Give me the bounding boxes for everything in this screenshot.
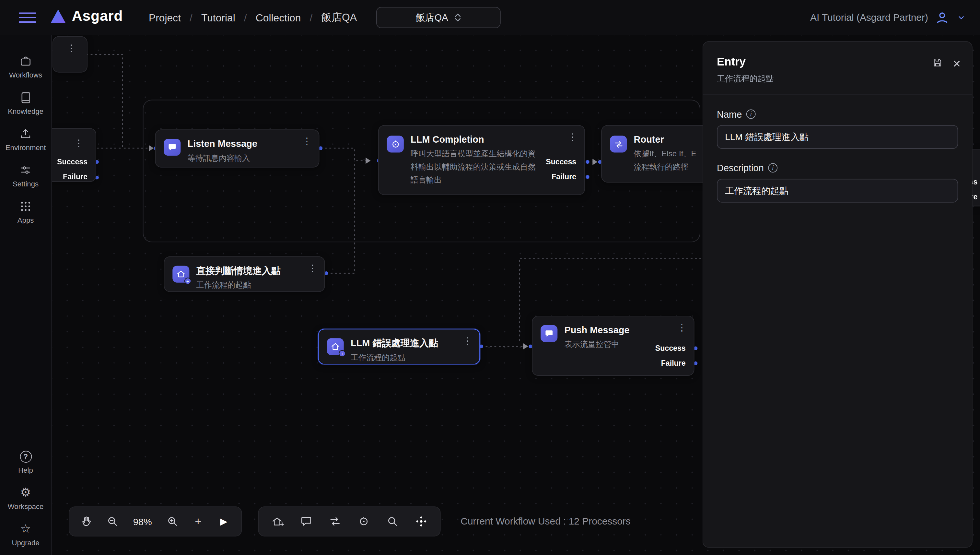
port-success-label: Success	[546, 157, 576, 166]
top-bar: Asgard Project / Tutorial / Collection /…	[0, 0, 980, 35]
add-button[interactable]: +	[191, 514, 205, 529]
zoom-level[interactable]: 98%	[131, 516, 154, 527]
panel-title: Entry	[717, 56, 958, 69]
entry-home-plus-icon: +	[327, 338, 344, 355]
kebab-menu-icon[interactable]: ⋮	[301, 135, 313, 147]
add-router-node-icon[interactable]	[328, 514, 343, 529]
router-icon	[610, 135, 627, 152]
environment-icon	[19, 127, 32, 140]
sidebar-item-label: Workflows	[9, 71, 42, 79]
node-title: Push Message	[564, 324, 629, 335]
node-subtitle: 等待訊息內容輸入	[187, 152, 250, 165]
node-palette-toolbar	[258, 506, 440, 537]
node-subtitle: 呼叫大型語言模型並產生結構化的資料輸出以輔助流程的決策或生成自然語言輸出	[411, 148, 538, 187]
canvas-zoom-toolbar: 98% + ▶	[69, 506, 242, 537]
description-input[interactable]	[717, 179, 958, 203]
node-title: Listen Message	[187, 138, 257, 149]
menu-hamburger-icon[interactable]	[19, 10, 36, 26]
sidebar-item-label: Knowledge	[8, 107, 43, 115]
panel-header: Entry 工作流程的起點 ×	[703, 42, 972, 95]
plus-badge-icon: +	[339, 350, 346, 357]
entry-properties-panel: Entry 工作流程的起點 × Name i Description i	[703, 41, 972, 547]
sort-chevrons-icon	[454, 13, 461, 23]
breadcrumb-separator: /	[190, 12, 192, 24]
chat-icon	[541, 325, 557, 342]
sidebar-item-environment[interactable]: Environment	[5, 127, 46, 151]
sidebar-item-settings[interactable]: Settings	[13, 164, 38, 188]
node-subtitle-line1: 依據If、Else If、E	[634, 148, 697, 160]
close-icon[interactable]: ×	[953, 58, 961, 69]
sidebar-item-help[interactable]: ? Help	[18, 451, 33, 474]
add-entry-node-icon[interactable]	[270, 514, 285, 529]
node-subtitle: 工作流程的起點	[351, 351, 405, 365]
sidebar-item-label: Environment	[5, 144, 46, 151]
sidebar-item-label: Help	[18, 467, 33, 474]
app-logo[interactable]: Asgard	[50, 8, 123, 24]
save-icon[interactable]	[932, 57, 943, 71]
description-field-label: Description i	[717, 162, 958, 173]
play-button[interactable]: ▶	[216, 514, 231, 529]
left-sidebar: Workflows Knowledge Environment Settings…	[0, 35, 52, 555]
sidebar-item-knowledge[interactable]: Knowledge	[8, 91, 43, 115]
kebab-menu-icon[interactable]: ⋮	[462, 335, 473, 346]
name-label-text: Name	[717, 109, 742, 120]
account-menu[interactable]: AI Tutorial (Asgard Partner)	[810, 0, 966, 35]
account-label: AI Tutorial (Asgard Partner)	[810, 12, 928, 23]
kebab-menu-icon[interactable]: ⋮	[73, 138, 85, 149]
node-title: LLM Completion	[411, 134, 484, 144]
breadcrumb-separator: /	[309, 12, 312, 24]
node-subtitle: 表示流量控管中	[564, 338, 619, 351]
workspace-gear-icon: ⚙	[21, 486, 31, 499]
breadcrumb-separator: /	[244, 12, 247, 24]
llm-icon	[387, 135, 404, 152]
port-success-label: Success	[57, 157, 88, 166]
sidebar-item-label: Apps	[18, 216, 34, 224]
port-success-label: Success	[655, 344, 686, 353]
add-message-node-icon[interactable]	[299, 514, 314, 529]
node-entry-direct[interactable]: + 直接判斷情境進入點 ⋮ 工作流程的起點	[164, 257, 325, 292]
sidebar-item-workspace[interactable]: ⚙ Workspace	[8, 486, 44, 510]
sidebar-item-label: Workspace	[8, 503, 44, 510]
chevron-down-icon[interactable]	[956, 13, 966, 23]
name-field-label: Name i	[717, 109, 958, 120]
chat-icon	[164, 139, 181, 156]
port-failure-label: Failure	[552, 172, 576, 181]
port-failure-label: Failure	[661, 359, 686, 367]
breadcrumb-project[interactable]: Project	[149, 12, 181, 24]
entry-home-plus-icon: +	[172, 266, 189, 283]
kebab-menu-icon[interactable]: ⋮	[307, 263, 318, 274]
node-subtitle-line2: 流程執行的路徑	[634, 161, 697, 174]
description-label-text: Description	[717, 162, 764, 173]
breadcrumb: Project / Tutorial / Collection / 飯店QA	[149, 0, 357, 35]
workflow-usage-status: Current Workflow Used : 12 Processors	[461, 506, 630, 537]
node-title: 直接判斷情境進入點	[196, 265, 281, 277]
sidebar-item-workflows[interactable]: Workflows	[9, 55, 42, 79]
kebab-menu-icon[interactable]: ⋮	[66, 42, 77, 54]
node-subtitle: 工作流程的起點	[196, 279, 251, 292]
pan-hand-icon[interactable]	[79, 514, 94, 529]
zoom-out-icon[interactable]	[105, 514, 120, 529]
kebab-menu-icon[interactable]: ⋮	[567, 131, 578, 143]
sidebar-item-upgrade[interactable]: ☆ Upgrade	[12, 523, 40, 546]
help-icon: ?	[20, 451, 32, 463]
fit-view-icon[interactable]	[414, 514, 429, 529]
workflow-editor: ⋮ ⋮ Success Failure Listen Message ⋮ 等待訊…	[0, 0, 980, 555]
name-input[interactable]	[717, 125, 958, 149]
node-llm-completion[interactable]: LLM Completion ⋮ 呼叫大型語言模型並產生結構化的資料輸出以輔助流…	[378, 125, 585, 195]
breadcrumb-tutorial[interactable]: Tutorial	[201, 12, 235, 24]
node-entry-llm-error[interactable]: + LLM 錯誤處理進入點 ⋮ 工作流程的起點	[318, 329, 480, 364]
node-listen-message[interactable]: Listen Message ⋮ 等待訊息內容輸入	[155, 129, 319, 168]
node-push-message[interactable]: Push Message ⋮ 表示流量控管中 Success Failure	[532, 316, 694, 376]
sidebar-item-apps[interactable]: Apps	[18, 200, 34, 224]
zoom-in-icon[interactable]	[165, 514, 180, 529]
breadcrumb-collection[interactable]: Collection	[256, 12, 301, 24]
panel-subtitle: 工作流程的起點	[717, 73, 958, 85]
node-collapsed[interactable]: ⋮	[53, 36, 88, 73]
logo-triangle-icon	[50, 8, 66, 23]
workflow-selector-dropdown[interactable]: 飯店QA	[376, 7, 501, 28]
kebab-menu-icon[interactable]: ⋮	[676, 322, 688, 333]
knowledge-icon	[19, 91, 32, 104]
breadcrumb-current[interactable]: 飯店QA	[321, 11, 357, 24]
add-llm-node-icon[interactable]	[356, 514, 371, 529]
search-icon[interactable]	[385, 514, 400, 529]
